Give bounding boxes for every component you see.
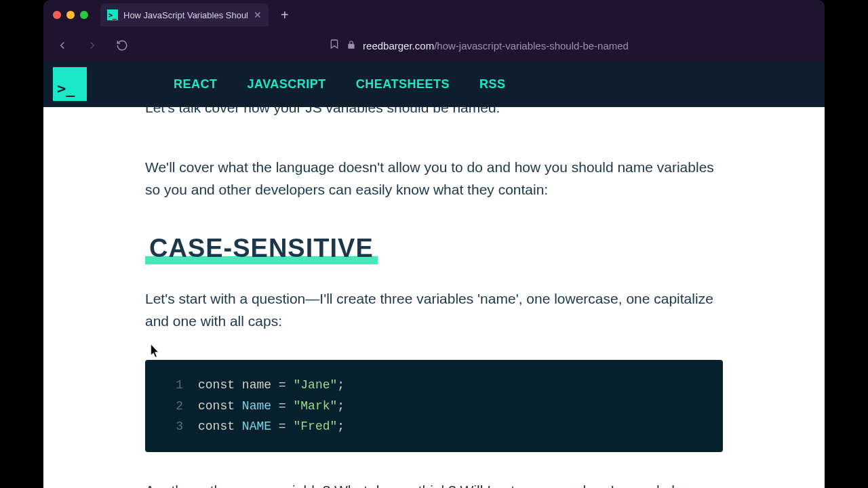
paragraph: Let's start with a question—I'll create … [145,287,723,333]
paragraph: Let's talk cover how your JS variables s… [145,107,723,119]
lock-icon [347,40,356,52]
forward-button[interactable] [83,36,102,55]
page: >_ REACT JAVASCRIPT CHEATSHEETS RSS Let'… [43,61,825,488]
site-navbar: >_ REACT JAVASCRIPT CHEATSHEETS RSS [43,61,825,107]
nav-link-cheatsheets[interactable]: CHEATSHEETS [356,77,450,92]
minimize-window-button[interactable] [66,11,75,19]
titlebar: >_ How JavaScript Variables Shoul ✕ + [43,0,825,30]
paragraph: Are these the same variable? What do you… [145,479,723,488]
back-button[interactable] [53,36,72,55]
tab-favicon-icon: >_ [107,9,118,20]
window-controls [53,11,88,19]
browser-window: >_ How JavaScript Variables Shoul ✕ + [43,0,825,488]
nav-link-react[interactable]: REACT [174,77,218,92]
browser-tab[interactable]: >_ How JavaScript Variables Shoul ✕ [100,3,269,26]
code-line: 3 const NAME = "Fred"; [164,416,704,437]
nav-link-rss[interactable]: RSS [479,77,506,92]
tab-title: How JavaScript Variables Shoul [123,10,248,20]
code-block: 1 const name = "Jane"; 2 const Name = "M… [145,360,723,452]
site-logo-icon[interactable]: >_ [53,67,87,101]
section-heading: CASE-SENSITIVE [145,234,378,263]
nav-link-javascript[interactable]: JAVASCRIPT [248,77,326,92]
close-window-button[interactable] [53,11,61,19]
browser-toolbar: reedbarger.com/how-javascript-variables-… [43,30,825,61]
nav-links: REACT JAVASCRIPT CHEATSHEETS RSS [174,77,506,92]
new-tab-button[interactable]: + [281,7,289,23]
reload-button[interactable] [113,36,132,55]
article-content: Let's talk cover how your JS variables s… [43,107,825,488]
url-text: reedbarger.com/how-javascript-variables-… [363,40,629,52]
bookmark-icon[interactable] [329,39,340,52]
tab-close-icon[interactable]: ✕ [254,9,262,20]
maximize-window-button[interactable] [80,11,88,19]
code-line: 2 const Name = "Mark"; [164,396,704,417]
address-bar[interactable]: reedbarger.com/how-javascript-variables-… [142,39,815,52]
code-line: 1 const name = "Jane"; [164,375,704,396]
paragraph: We'll cover what the language doesn't al… [145,156,723,201]
